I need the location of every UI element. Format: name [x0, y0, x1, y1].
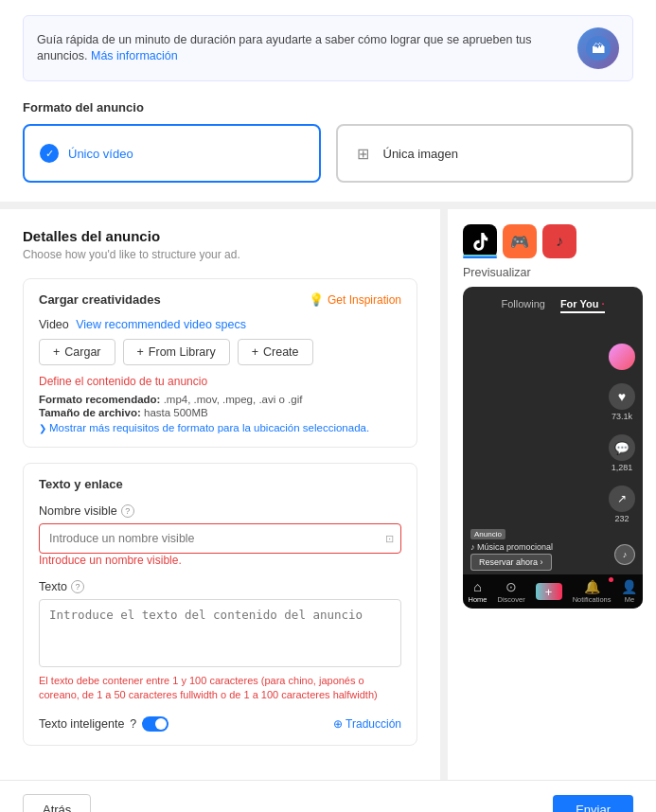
share-icon: ↗ [609, 485, 635, 512]
nav-discover[interactable]: ⊙ Discover [497, 579, 524, 604]
footer-bar: Atrás Enviar [0, 780, 656, 812]
size-label: Tamaño de archivo: [39, 407, 141, 418]
left-panel: Detalles del anuncio Choose how you'd li… [0, 209, 448, 780]
app-icon-game[interactable]: 🎮 [503, 224, 537, 258]
nav-me[interactable]: 👤 Me [621, 579, 637, 604]
app-icon-music[interactable]: ♪ [542, 224, 576, 258]
visible-name-help-icon[interactable]: ? [121, 504, 134, 518]
smart-text-row: Texto inteligente ? ⊕ Traducción [39, 716, 401, 732]
creativities-header: Cargar creatividades 💡 Get Inspiration [39, 292, 401, 307]
preview-cta[interactable]: Reservar ahora › [470, 554, 552, 571]
comment-action: 💬 1,281 [609, 434, 635, 472]
format-image-label: Única imagen [383, 147, 459, 161]
like-count: 73.1k [612, 412, 632, 421]
plus-icon: + [53, 345, 60, 359]
create-label: Create [263, 345, 299, 359]
app-icon-tiktok[interactable] [463, 224, 497, 258]
library-label: From Library [149, 345, 216, 359]
svg-text:🏔: 🏔 [592, 41, 605, 56]
preview-bottom: Anuncio ♪ Música promocional Reservar ah… [470, 525, 605, 571]
text-group: Texto ? El texto debe contener entre 1 y… [39, 580, 401, 703]
notifications-icon: 🔔 [584, 579, 600, 594]
music-icon: ♪ [556, 233, 563, 250]
smart-text-toggle[interactable] [142, 716, 168, 732]
inspiration-link[interactable]: 💡 Get Inspiration [309, 292, 401, 307]
avatar [609, 344, 635, 370]
creativities-section: Cargar creatividades 💡 Get Inspiration V… [23, 278, 417, 448]
banner-text: Guía rápida de un minuto de duración par… [37, 32, 566, 65]
banner-icon: 🏔 [577, 27, 619, 69]
share-count: 232 [614, 514, 629, 523]
ad-details-subtitle: Choose how you'd like to structure your … [23, 248, 417, 261]
visible-name-input[interactable] [39, 523, 401, 554]
format-card-image[interactable]: ⊞ Única imagen [336, 124, 634, 183]
library-plus-icon: + [137, 345, 144, 359]
upload-button[interactable]: + Cargar [39, 339, 115, 365]
text-area-error: El texto debe contener entre 1 y 100 car… [39, 674, 401, 703]
banner-link[interactable]: Más información [91, 49, 178, 62]
comment-icon: 💬 [609, 434, 635, 461]
discover-icon: ⊙ [505, 579, 517, 594]
inspiration-text: Get Inspiration [328, 293, 401, 307]
preview-label: Previsualizar [463, 266, 641, 279]
info-banner: Guía rápida de un minuto de duración par… [23, 15, 633, 81]
text-link-section: Texto y enlace Nombre visible ? ⊡ Introd… [23, 463, 417, 746]
tiktok-preview: Following For You · ♥ 73.1k 💬 1,281 [463, 287, 643, 609]
following-tab: Following [501, 298, 544, 313]
for-you-text: For You [560, 298, 599, 309]
smart-text-label: Texto inteligente ? [39, 716, 168, 732]
plus-button[interactable]: + [536, 583, 562, 600]
video-specs-link[interactable]: View recommended video specs [76, 318, 246, 331]
for-you-tab: For You · [560, 298, 605, 313]
format-video-label: Único vídeo [68, 147, 133, 161]
like-action: ♥ 73.1k [609, 383, 635, 421]
format-rec-value: .mp4, .mov, .mpeg, .avi o .gif [164, 394, 303, 405]
submit-button[interactable]: Enviar [553, 795, 633, 812]
discover-label: Discover [497, 595, 524, 604]
nav-dot: · [602, 298, 605, 309]
disc-icon: ♪ [614, 544, 635, 565]
nav-add[interactable]: + [536, 583, 562, 600]
upload-label: Cargar [64, 345, 100, 359]
translation-link[interactable]: ⊕ Traducción [333, 717, 401, 731]
me-label: Me [625, 595, 634, 604]
library-button[interactable]: + From Library [123, 339, 230, 365]
format-label: Formato del anuncio [23, 100, 633, 115]
home-label: Home [468, 595, 487, 604]
text-link-label: Texto y enlace [39, 477, 401, 491]
video-text: Video [39, 318, 69, 331]
check-icon: ✓ [40, 144, 59, 163]
preview-apps: 🎮 ♪ [463, 224, 641, 258]
create-button[interactable]: + Create [238, 339, 313, 365]
lightbulb-icon: 💡 [309, 292, 324, 307]
preview-bottom-nav: ⌂ Home ⊙ Discover + 🔔 Notifications 👤 Me [463, 574, 643, 609]
more-requirements-link[interactable]: ❯ Mostrar más requisitos de formato para… [39, 422, 401, 433]
nav-home[interactable]: ⌂ Home [468, 579, 487, 604]
more-req-text: Mostrar más requisitos de formato para l… [49, 422, 369, 433]
video-label: Video View recommended video specs [39, 318, 401, 331]
visible-name-group: Nombre visible ? ⊡ Introduce un nombre v… [39, 504, 401, 567]
action-buttons: + Cargar + From Library + Create [39, 339, 401, 365]
chevron-down-icon: ❯ [39, 423, 46, 433]
format-options: ✓ Único vídeo ⊞ Única imagen [23, 124, 633, 183]
back-button[interactable]: Atrás [23, 794, 91, 812]
text-help-icon[interactable]: ? [71, 580, 84, 593]
format-recommended: Formato recomendado: .mp4, .mov, .mpeg, … [39, 394, 401, 405]
text-area-input[interactable] [39, 599, 401, 667]
creativities-label: Cargar creatividades [39, 292, 161, 307]
size-value: hasta 500MB [144, 407, 208, 418]
format-rec-label: Formato recomendado: [39, 394, 160, 405]
avatar-action [609, 344, 635, 370]
visible-name-label: Nombre visible ? [39, 504, 401, 518]
notifications-label: Notifications [573, 595, 612, 604]
game-icon: 🎮 [510, 233, 529, 251]
input-counter: ⊡ [385, 533, 394, 545]
format-card-video[interactable]: ✓ Único vídeo [23, 124, 321, 183]
visible-name-error: Introduce un nombre visible. [39, 554, 401, 567]
nav-notifications[interactable]: 🔔 Notifications [573, 579, 612, 604]
text-label-text: Texto [39, 580, 67, 593]
smart-text-help-icon[interactable]: ? [130, 717, 136, 731]
globe-icon: ⊕ [333, 717, 343, 731]
ad-details-title: Detalles del anuncio [23, 228, 417, 244]
anuncio-badge: Anuncio [470, 529, 505, 539]
